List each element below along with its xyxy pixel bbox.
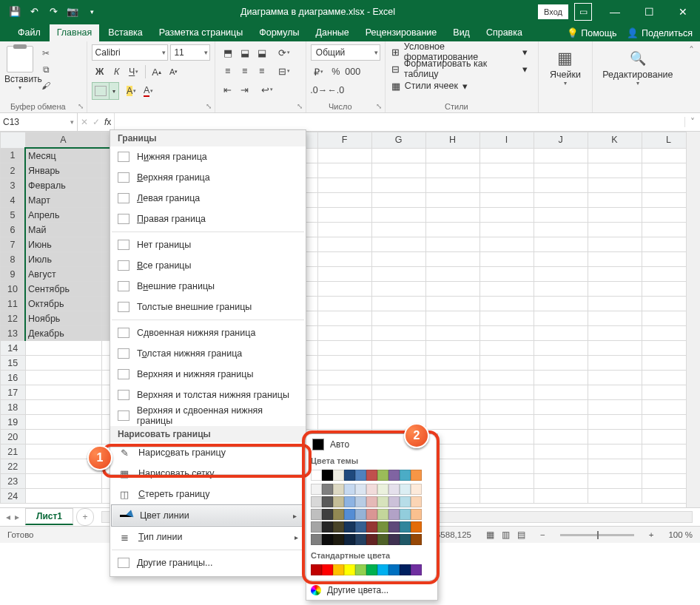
border-item-10[interactable]: Верхняя и нижняя границы xyxy=(110,364,306,385)
sheet-tab-1[interactable]: Лист1 xyxy=(25,508,73,525)
cell-A8[interactable]: Июль xyxy=(25,252,101,267)
dec-decimal[interactable]: ←.0 xyxy=(328,82,344,98)
color-swatch[interactable] xyxy=(311,509,322,520)
row-header-1[interactable]: 1 xyxy=(1,148,26,163)
cell-K18[interactable] xyxy=(588,400,642,415)
cell-A10[interactable]: Сентябрь xyxy=(25,282,101,297)
color-swatch[interactable] xyxy=(366,484,377,495)
cell-H16[interactable] xyxy=(425,371,479,385)
color-swatch[interactable] xyxy=(333,509,344,520)
tab-formulas[interactable]: Формулы xyxy=(252,24,306,41)
cell-F14[interactable] xyxy=(317,341,371,356)
row-header-11[interactable]: 11 xyxy=(1,297,26,311)
cell-K5[interactable] xyxy=(588,208,642,223)
tell-me[interactable]: 💡 Помощь xyxy=(567,27,617,38)
cell-J20[interactable] xyxy=(534,430,588,445)
color-swatch[interactable] xyxy=(388,496,400,507)
cell-K23[interactable] xyxy=(588,474,642,489)
cell-K11[interactable] xyxy=(588,297,642,311)
cell-F12[interactable] xyxy=(317,311,371,326)
cell-I16[interactable] xyxy=(479,371,534,385)
color-swatch[interactable] xyxy=(311,534,322,545)
cell-J9[interactable] xyxy=(534,267,588,282)
color-swatch[interactable] xyxy=(411,534,422,545)
color-swatch[interactable] xyxy=(311,470,322,481)
color-swatch[interactable] xyxy=(400,470,411,481)
color-swatch[interactable] xyxy=(344,521,355,533)
zoom-in-icon[interactable]: + xyxy=(649,530,654,539)
row-header-18[interactable]: 18 xyxy=(1,400,26,415)
cell-I22[interactable] xyxy=(479,459,534,474)
cell-H19[interactable] xyxy=(425,415,479,430)
redo-icon[interactable]: ↷ xyxy=(47,6,59,18)
cell-K22[interactable] xyxy=(588,459,642,474)
draw-item-1[interactable]: ▦Нарисовать сетку xyxy=(110,463,306,484)
zoom-level[interactable]: 100 % xyxy=(668,530,693,539)
color-swatch[interactable] xyxy=(411,521,422,533)
color-swatch[interactable] xyxy=(388,509,400,520)
cell-A9[interactable]: Август xyxy=(25,267,101,282)
row-header-6[interactable]: 6 xyxy=(1,223,26,237)
row-header-10[interactable]: 10 xyxy=(1,282,26,297)
cell-K1[interactable] xyxy=(588,148,642,163)
cell-F2[interactable] xyxy=(317,163,371,178)
cell-G13[interactable] xyxy=(371,326,425,341)
color-swatch[interactable] xyxy=(344,534,355,545)
align-left[interactable]: ≡ xyxy=(220,63,236,79)
find-icon[interactable]: 🔍 xyxy=(597,50,679,67)
cell-G1[interactable] xyxy=(371,148,425,163)
more-borders-item[interactable]: Другие границы... xyxy=(110,552,306,573)
expand-fbar-icon[interactable]: ˅ xyxy=(684,117,700,127)
color-swatch[interactable] xyxy=(322,496,333,507)
font-color-button[interactable]: А xyxy=(141,83,157,99)
cell-I20[interactable] xyxy=(479,430,534,445)
border-item-6[interactable]: Внешние границы xyxy=(110,276,306,297)
color-swatch[interactable] xyxy=(377,496,388,507)
row-header-5[interactable]: 5 xyxy=(1,208,26,223)
border-item-8[interactable]: Сдвоенная нижняя граница xyxy=(110,322,306,343)
cell-J18[interactable] xyxy=(534,400,588,415)
cell-F3[interactable] xyxy=(317,178,371,193)
cell-A15[interactable] xyxy=(25,356,101,371)
color-swatch[interactable] xyxy=(355,521,366,533)
row-header-16[interactable]: 16 xyxy=(1,371,26,385)
col-header-J[interactable]: J xyxy=(534,132,588,149)
cell-J4[interactable] xyxy=(534,193,588,208)
cell-A12[interactable]: Ноябрь xyxy=(25,311,101,326)
color-swatch[interactable] xyxy=(366,564,377,575)
row-header-4[interactable]: 4 xyxy=(1,193,26,208)
color-swatch[interactable] xyxy=(377,509,388,520)
cell-A3[interactable]: Февраль xyxy=(25,178,101,193)
login-button[interactable]: Вход xyxy=(538,4,568,19)
color-swatch[interactable] xyxy=(377,564,388,575)
row-header-13[interactable]: 13 xyxy=(1,326,26,341)
cell-K8[interactable] xyxy=(588,252,642,267)
shrink-font-button[interactable]: A▾ xyxy=(166,64,182,80)
cell-G8[interactable] xyxy=(371,252,425,267)
cell-J21[interactable] xyxy=(534,445,588,459)
align-right[interactable]: ≡ xyxy=(254,63,270,79)
col-header-A[interactable]: A xyxy=(25,132,101,149)
number-launcher[interactable]: ⤡ xyxy=(374,102,383,110)
cell-H3[interactable] xyxy=(425,178,479,193)
cell-G15[interactable] xyxy=(371,356,425,371)
wrap-button[interactable]: ↩ xyxy=(259,81,275,98)
cell-G18[interactable] xyxy=(371,400,425,415)
cell-J14[interactable] xyxy=(534,341,588,356)
cell-A23[interactable] xyxy=(25,474,101,489)
cell-I1[interactable] xyxy=(479,148,534,163)
row-header-12[interactable]: 12 xyxy=(1,311,26,326)
conditional-fmt-button[interactable]: ⊞ Условное форматирование ▾ xyxy=(390,44,534,59)
name-box[interactable]: C13 xyxy=(0,113,78,131)
color-swatch[interactable] xyxy=(322,509,333,520)
borders-button[interactable]: ▾ xyxy=(92,82,119,100)
cell-F5[interactable] xyxy=(317,208,371,223)
clipboard-launcher[interactable]: ⤡ xyxy=(76,102,85,110)
font-launcher[interactable]: ⤡ xyxy=(204,102,213,110)
color-swatch[interactable] xyxy=(311,564,322,575)
color-swatch[interactable] xyxy=(333,496,344,507)
col-header-I[interactable]: I xyxy=(479,132,534,149)
cell-G14[interactable] xyxy=(371,341,425,356)
cell-J7[interactable] xyxy=(534,237,588,252)
cell-F7[interactable] xyxy=(317,237,371,252)
